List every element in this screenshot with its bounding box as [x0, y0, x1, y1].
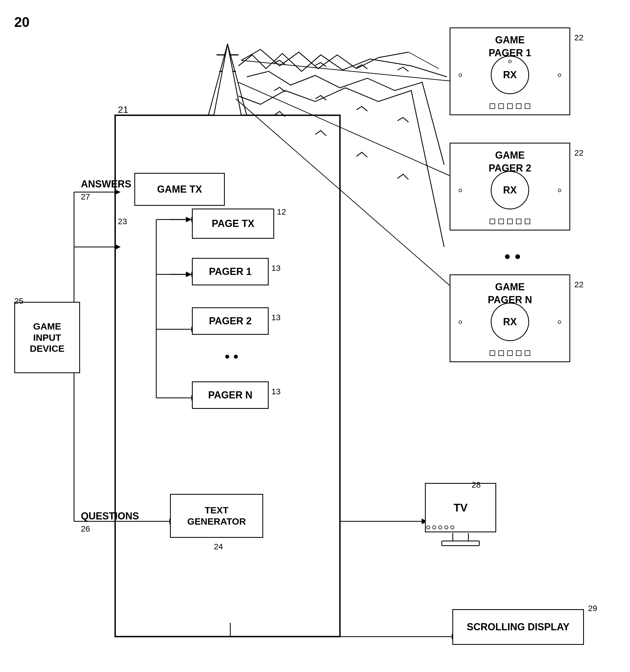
ref-13b-label: 13 [271, 313, 280, 322]
pager2-box: PAGER 2 [192, 307, 269, 335]
svg-marker-5 [214, 44, 241, 115]
game-pager-n: GAMEPAGER N RX [450, 274, 570, 362]
game-input-device-box: GAME INPUT DEVICE [14, 302, 80, 373]
ref-20-label: 20 [14, 14, 30, 30]
page-tx-box: PAGE TX [192, 209, 274, 239]
answers-label: ANSWERS [81, 178, 131, 190]
svg-line-38 [236, 99, 450, 285]
ref-24-label: 24 [214, 542, 223, 551]
game-tx-box: GAME TX [134, 173, 225, 206]
ref-22a-label: 22 [574, 33, 583, 42]
ref-21-label: 21 [118, 104, 128, 115]
questions-label: QUESTIONS [81, 510, 139, 522]
ref-22c-label: 22 [574, 280, 583, 289]
ref-22b-label: 22 [574, 148, 583, 158]
svg-line-36 [241, 61, 450, 81]
scrolling-display-box: SCROLLING DISPLAY [452, 609, 584, 645]
ref-25-label: 25 [14, 296, 23, 306]
svg-marker-19 [186, 217, 192, 222]
dots-pager: • • [225, 349, 238, 364]
svg-marker-21 [186, 272, 192, 277]
svg-marker-12 [115, 189, 121, 195]
svg-line-7 [228, 44, 247, 115]
ref-12-label: 12 [277, 207, 286, 216]
pagern-box: PAGER N [192, 381, 269, 409]
tv-box: TV [422, 483, 499, 554]
ref-27-label: 27 [81, 192, 90, 201]
diagram: 20 21 GAME TX PAGE TX 12 PAGER 1 13 PAGE… [0, 0, 630, 672]
ref-29-label: 29 [588, 604, 597, 613]
game-pager-2: GAMEPAGER 2 RX [450, 143, 570, 231]
pager1-box: PAGER 1 [192, 258, 269, 285]
ref-13c-label: 13 [271, 387, 280, 396]
game-pager-1: GAMEPAGER 1 RX [450, 27, 570, 115]
ref-13a-label: 13 [271, 263, 280, 273]
svg-line-8 [408, 52, 439, 69]
ref-28-label: 28 [472, 480, 481, 489]
svg-line-6 [208, 44, 228, 115]
ref-23-label: 23 [118, 217, 127, 226]
svg-marker-10 [115, 244, 121, 250]
ref-26-label: 26 [81, 524, 90, 533]
dots-game-pager: • • [504, 247, 521, 266]
text-generator-box: TEXT GENERATOR [170, 494, 263, 538]
svg-line-37 [238, 82, 450, 176]
